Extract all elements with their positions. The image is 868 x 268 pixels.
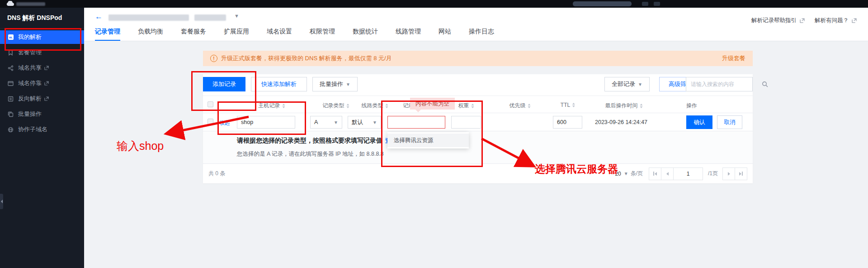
cancel-button[interactable]: 取消	[717, 115, 742, 129]
sidebar-item-domain-share[interactable]: 域名共享	[0, 61, 84, 75]
page-size-select[interactable]: 20 ▼ 条/页	[615, 170, 643, 177]
sort-icon[interactable]	[472, 104, 474, 108]
tab-operation-log[interactable]: 操作日志	[469, 28, 494, 41]
sort-icon[interactable]	[528, 104, 531, 108]
table-header: 主机记录 记录类型 线路类型 记录值 权重 优先级 TTL 最后操作时间 操作	[203, 96, 753, 113]
col-header-line[interactable]: 线路类型	[362, 102, 388, 110]
total-pages-label: /1页	[703, 170, 723, 177]
next-page-button[interactable]	[722, 168, 735, 180]
sidebar-item-domain-parking[interactable]: 域名停靠	[0, 77, 84, 90]
tencent-cloud-logo-icon[interactable]	[5, 1, 14, 6]
search-icon[interactable]	[762, 81, 768, 87]
sidebar-item-label: 域名共享	[18, 64, 42, 72]
ttl-input[interactable]	[553, 116, 582, 129]
tab-plan-service[interactable]: 套餐服务	[181, 28, 206, 41]
line-type-select[interactable]: 默认▼	[348, 116, 381, 129]
select-tencent-resource-item[interactable]: 选择腾讯云资源	[387, 134, 469, 147]
sidebar-item-batch[interactable]: 批量操作	[0, 107, 84, 121]
topbar-menu-item[interactable]	[654, 2, 660, 6]
col-header-weight[interactable]: 权重	[458, 102, 474, 110]
sidebar-item-label: 协作子域名	[18, 125, 47, 134]
tab-permissions[interactable]: 权限管理	[310, 28, 335, 41]
tab-extensions[interactable]: 扩展应用	[224, 28, 249, 41]
weight-input[interactable]	[451, 116, 481, 129]
sort-icon[interactable]	[283, 104, 285, 108]
tab-load-balance[interactable]: 负载均衡	[138, 28, 163, 41]
record-type-value: A	[314, 119, 318, 125]
row-checkbox[interactable]	[208, 119, 213, 124]
col-header-priority[interactable]: 优先级	[509, 102, 531, 110]
search-box	[686, 77, 753, 91]
pagination-bar: 共 0 条 20 ▼ 条/页 1 /1页	[203, 164, 753, 183]
sort-icon[interactable]	[572, 103, 575, 107]
tab-website[interactable]: 网站	[439, 28, 451, 41]
external-link-icon	[44, 81, 49, 86]
help-guide-link[interactable]: 解析记录帮助指引	[751, 17, 797, 24]
chevron-down-icon: ▼	[334, 120, 338, 125]
share-icon	[7, 65, 14, 72]
dns-problem-link[interactable]: 解析有问题？	[815, 17, 849, 24]
sidebar-item-label: 域名停靠	[18, 79, 42, 87]
sidebar-item-label: 批量操作	[18, 110, 42, 118]
tab-lines[interactable]: 线路管理	[396, 28, 421, 41]
record-type-select[interactable]: A▼	[310, 116, 342, 129]
col-header-host[interactable]: 主机记录	[259, 102, 285, 110]
sidebar-item-reverse-dns[interactable]: 反向解析	[0, 92, 84, 105]
external-link-icon	[800, 18, 805, 23]
redacted-domain-suffix	[194, 14, 226, 21]
domain-switch-caret-icon[interactable]: ▼	[234, 13, 239, 19]
first-page-button[interactable]	[649, 168, 661, 180]
col-header-ttl[interactable]: TTL	[561, 102, 575, 108]
back-arrow-icon[interactable]: ←	[95, 12, 103, 21]
globe-icon	[7, 126, 14, 133]
sidebar-collapse-handle[interactable]	[0, 194, 3, 209]
record-filter-select[interactable]: 全部记录▼	[604, 77, 650, 91]
help-line-2: 您选择的是 A 记录，请在此填写服务器 IP 地址，如 8.8.8.8	[237, 150, 384, 158]
current-page-input[interactable]: 1	[673, 168, 703, 180]
tab-statistics[interactable]: 数据统计	[353, 28, 378, 41]
quick-add-button[interactable]: 快速添加解析	[251, 77, 307, 91]
sort-icon[interactable]	[640, 104, 643, 108]
copy-stack-icon	[7, 111, 14, 118]
sidebar-title: DNS 解析 DNSPod	[0, 8, 84, 29]
host-record-input[interactable]	[237, 116, 295, 129]
upgrade-plan-link[interactable]: 升级套餐	[722, 54, 745, 62]
validation-tooltip-caret	[415, 110, 421, 112]
tab-domain-settings[interactable]: 域名设置	[267, 28, 292, 41]
sidebar-item-my-dns[interactable]: w. 我的解析	[0, 30, 84, 44]
last-page-button[interactable]	[735, 168, 747, 180]
prev-page-button[interactable]	[661, 168, 674, 180]
chevron-down-icon: ▼	[346, 82, 350, 87]
record-edit-row: 收起 A▼ 默认▼ 2023-09-26 14:24:47 确认 取消	[203, 113, 753, 131]
package-icon	[7, 49, 14, 56]
upgrade-banner: ! 升级正式版套餐，获得更极致的 DNS 解析服务，最低仅需 8 元/月 升级套…	[203, 51, 753, 66]
sort-icon[interactable]	[347, 104, 349, 108]
header-help-links: 解析记录帮助指引 解析有问题？	[751, 17, 857, 24]
external-link-icon	[44, 96, 49, 101]
tab-records[interactable]: 记录管理	[95, 28, 120, 41]
topbar-search-pill[interactable]	[573, 1, 632, 6]
record-help-panel: 请根据您选择的记录类型，按照格式要求填写记录值 查看详细指引 您选择的是 A 记…	[203, 131, 753, 164]
annotation-text-host: 输入shop	[117, 139, 164, 153]
top-bar	[0, 0, 868, 8]
tab-bar: 记录管理 负载均衡 套餐服务 扩展应用 域名设置 权限管理 数据统计 线路管理 …	[95, 28, 494, 41]
redacted-logo-text	[16, 2, 45, 6]
info-icon: !	[210, 55, 217, 62]
page-size-value: 20	[615, 171, 621, 177]
sidebar-item-plans[interactable]: 套餐管理	[0, 46, 84, 59]
sort-icon[interactable]	[386, 104, 388, 108]
select-all-checkbox[interactable]	[208, 101, 213, 107]
collapse-link[interactable]: 收起	[219, 119, 230, 127]
topbar-menu-item[interactable]	[642, 2, 648, 6]
confirm-button[interactable]: 确认	[686, 115, 712, 129]
col-header-type[interactable]: 记录类型	[323, 102, 349, 110]
batch-actions-button[interactable]: 批量操作▼	[312, 77, 358, 91]
col-header-time[interactable]: 最后操作时间	[605, 102, 643, 110]
sidebar-item-collab-subdomain[interactable]: 协作子域名	[0, 123, 84, 136]
search-input[interactable]	[690, 81, 762, 88]
add-record-button[interactable]: 添加记录	[203, 77, 245, 91]
banner-text: 升级正式版套餐，获得更极致的 DNS 解析服务，最低仅需 8 元/月	[221, 54, 392, 62]
external-link-icon	[852, 18, 857, 23]
chevron-down-icon: ▼	[638, 82, 642, 87]
record-value-input[interactable]	[387, 116, 445, 129]
